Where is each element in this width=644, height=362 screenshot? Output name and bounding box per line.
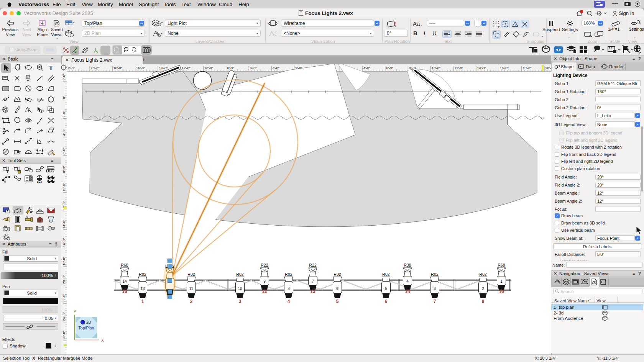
svg-text:6: 6 bbox=[336, 287, 338, 291]
svg-text:2'-0": 2'-0" bbox=[62, 111, 66, 118]
svg-text:2: 2 bbox=[172, 264, 174, 269]
svg-text:R02: R02 bbox=[431, 272, 438, 277]
svg-text:5: 5 bbox=[336, 299, 339, 304]
svg-text:L: L bbox=[165, 264, 168, 269]
svg-text:LUX: LUX bbox=[37, 180, 43, 183]
svg-text:8'-0": 8'-0" bbox=[62, 166, 66, 173]
svg-text:R02: R02 bbox=[382, 272, 389, 277]
svg-text:20'-0": 20'-0" bbox=[91, 66, 100, 70]
svg-text:3: 3 bbox=[434, 287, 436, 291]
svg-text:14'-0": 14'-0" bbox=[62, 219, 66, 228]
svg-text:R02: R02 bbox=[236, 272, 243, 277]
svg-text:R22: R22 bbox=[261, 263, 268, 267]
svg-text:26'-0": 26'-0" bbox=[62, 331, 66, 339]
svg-text:13: 13 bbox=[140, 287, 145, 291]
svg-text:14'-0": 14'-0" bbox=[159, 66, 168, 70]
svg-text:18'-0": 18'-0" bbox=[113, 66, 122, 70]
svg-text:4'-0": 4'-0" bbox=[363, 66, 370, 70]
svg-text:Top/Plan: Top/Plan bbox=[79, 326, 94, 330]
svg-text:6'-0": 6'-0" bbox=[386, 66, 393, 70]
svg-text:10'-0": 10'-0" bbox=[62, 183, 66, 192]
svg-text:4: 4 bbox=[406, 279, 409, 283]
svg-text:10'-0": 10'-0" bbox=[432, 66, 440, 70]
svg-text:R68: R68 bbox=[121, 263, 128, 267]
svg-text:24'-0": 24'-0" bbox=[62, 312, 66, 321]
svg-text:16'-0": 16'-0" bbox=[500, 66, 509, 70]
svg-text:7: 7 bbox=[434, 299, 436, 304]
svg-text:16'-0": 16'-0" bbox=[136, 66, 145, 70]
svg-text:R02: R02 bbox=[479, 272, 486, 277]
svg-text:16'-0": 16'-0" bbox=[62, 238, 66, 247]
svg-text:8: 8 bbox=[288, 287, 290, 291]
svg-text:20'-0": 20'-0" bbox=[62, 275, 66, 284]
svg-text:4: 4 bbox=[288, 299, 290, 304]
svg-text:R02: R02 bbox=[139, 272, 146, 277]
svg-text:8'-0": 8'-0" bbox=[227, 66, 234, 70]
svg-text:9: 9 bbox=[263, 279, 266, 283]
svg-text:18'-0": 18'-0" bbox=[62, 257, 66, 265]
svg-text:14: 14 bbox=[122, 279, 127, 283]
svg-text:3: 3 bbox=[239, 299, 242, 304]
svg-text:12: 12 bbox=[262, 289, 267, 294]
svg-text:4'-0": 4'-0" bbox=[62, 129, 66, 136]
svg-text:20'-0": 20'-0" bbox=[545, 66, 552, 70]
svg-text:Y: Y bbox=[74, 310, 76, 314]
svg-text:0": 0" bbox=[62, 96, 66, 99]
svg-text:10'-0": 10'-0" bbox=[204, 66, 213, 70]
svg-text:R02: R02 bbox=[334, 272, 341, 277]
svg-text:1: 1 bbox=[500, 279, 503, 283]
svg-text:22'-0": 22'-0" bbox=[62, 294, 66, 303]
svg-text:R38: R38 bbox=[404, 263, 411, 267]
svg-text:4'-0": 4'-0" bbox=[273, 66, 279, 70]
svg-text:1: 1 bbox=[141, 299, 144, 304]
svg-text:2'-0": 2'-0" bbox=[62, 74, 66, 80]
svg-text:2: 2 bbox=[190, 299, 193, 304]
svg-text:R22: R22 bbox=[309, 263, 316, 267]
svg-text:R68: R68 bbox=[498, 263, 505, 267]
svg-text:13: 13 bbox=[310, 289, 315, 294]
svg-text:7: 7 bbox=[312, 279, 314, 283]
svg-text:14'-0": 14'-0" bbox=[477, 66, 486, 70]
svg-text:10: 10 bbox=[238, 287, 242, 291]
svg-text:2: 2 bbox=[482, 287, 484, 291]
svg-text:6'-0": 6'-0" bbox=[62, 147, 66, 154]
svg-text:11: 11 bbox=[189, 287, 194, 291]
svg-text:12'-0": 12'-0" bbox=[182, 66, 191, 70]
svg-text:16: 16 bbox=[499, 289, 504, 294]
svg-text:14: 14 bbox=[405, 289, 410, 294]
svg-text:12'-0": 12'-0" bbox=[454, 66, 463, 70]
svg-text:R02: R02 bbox=[285, 272, 292, 277]
svg-text:8: 8 bbox=[482, 299, 485, 304]
svg-text:2'-0": 2'-0" bbox=[68, 66, 75, 70]
svg-text:R02: R02 bbox=[187, 272, 195, 277]
svg-text:18'-0": 18'-0" bbox=[522, 66, 531, 70]
svg-text:6'-0": 6'-0" bbox=[250, 66, 257, 70]
svg-text:5: 5 bbox=[385, 287, 387, 291]
svg-text:6: 6 bbox=[385, 299, 388, 304]
svg-text:15: 15 bbox=[122, 289, 127, 294]
svg-text:T: T bbox=[49, 64, 53, 72]
svg-text:X: X bbox=[101, 338, 104, 342]
svg-text:2D: 2D bbox=[86, 320, 91, 324]
